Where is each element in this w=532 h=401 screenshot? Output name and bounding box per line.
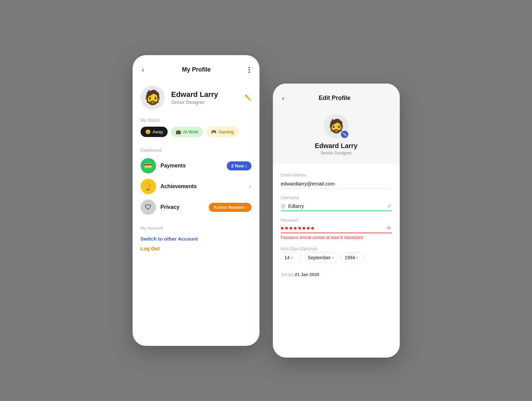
- dot-3: [248, 72, 250, 73]
- month-value: September: [308, 255, 331, 260]
- badge-chevron: ›: [245, 163, 246, 168]
- profile-section: 🧔 Edward Larry Senior Designer ✏️: [133, 80, 259, 118]
- pwd-dot: [281, 227, 284, 230]
- birthdate-day-select[interactable]: 14 ▾: [281, 253, 301, 263]
- username-input-row: @ ✓: [281, 202, 392, 211]
- edit-profile-icon[interactable]: ✏️: [245, 95, 251, 101]
- year-value: 1994: [345, 255, 355, 260]
- password-error-msg: Password should contain at least 8 chara…: [281, 235, 392, 240]
- action-needed-text: Action Needed: [213, 205, 244, 210]
- account-section: My Account Switch to other Account Log O…: [133, 226, 259, 251]
- email-group: Email Address edwardlarry@email.com: [281, 173, 392, 189]
- avatar: 🧔: [141, 86, 165, 110]
- password-input-row: 👁: [281, 224, 392, 233]
- joined-text: Joined 21 Jan 2020: [281, 272, 392, 277]
- edit-profile-name: Edward Larry: [315, 142, 358, 150]
- edit-profile-role: Senior Designer: [321, 150, 352, 155]
- pwd-dot: [285, 227, 288, 230]
- list-item[interactable]: 🛡 Privacy Action Needed ›: [141, 199, 251, 215]
- gaming-label: Gaming: [218, 129, 234, 134]
- eye-icon[interactable]: 👁: [386, 225, 392, 231]
- status-row: 😊 Away 💼 At Work 🎮 Gaming: [133, 127, 259, 137]
- payments-emoji: 💳: [144, 162, 152, 170]
- achievements-icon: 🏆: [141, 179, 156, 194]
- email-value: edwardlarry@email.com: [281, 179, 392, 189]
- edit-avatar-wrapper: 🧔 ✏️: [324, 114, 348, 138]
- pwd-dot: [294, 227, 297, 230]
- page-title: My Profile: [182, 66, 211, 73]
- edit-profile-header: ‹ Edit Profile: [273, 84, 400, 109]
- gaming-emoji: 🎮: [211, 129, 216, 134]
- birthdate-label: Birth Date (Optional): [281, 247, 392, 251]
- phone-edit-profile: ‹ Edit Profile 🧔 ✏️ Edward Larry Senior …: [273, 84, 400, 358]
- list-item[interactable]: 🏆 Achievements ›: [141, 179, 251, 194]
- day-chevron-down-icon: ▾: [291, 256, 293, 260]
- away-label: Away: [153, 129, 163, 134]
- badge-new-text: 2 New: [231, 163, 244, 168]
- check-icon: ✓: [387, 203, 392, 209]
- work-label: At Work: [183, 129, 198, 134]
- payments-icon: 💳: [141, 158, 156, 173]
- password-group: Password 👁 Password should contain at: [281, 218, 392, 240]
- payments-label: Payments: [161, 163, 222, 169]
- username-label: Username: [281, 195, 392, 200]
- privacy-icon: 🛡: [141, 199, 156, 215]
- birthdate-month-select[interactable]: September ▾: [304, 253, 338, 263]
- day-value: 14: [285, 255, 290, 260]
- payments-badge[interactable]: 2 New ›: [227, 161, 251, 170]
- pwd-dot: [303, 227, 305, 230]
- chevron-right-icon: ›: [249, 183, 251, 190]
- pwd-dot: [290, 227, 292, 230]
- switch-account-button[interactable]: Switch to other Account: [141, 236, 251, 242]
- password-dots: [281, 227, 384, 230]
- avatar-emoji: 🧔: [144, 91, 161, 105]
- work-emoji: 💼: [176, 129, 181, 134]
- dot-2: [248, 69, 250, 71]
- edit-avatar-button[interactable]: ✏️: [341, 131, 348, 138]
- achievements-emoji: 🏆: [144, 182, 152, 190]
- profile-role: Senior Designer: [171, 100, 238, 105]
- privacy-label: Privacy: [161, 204, 204, 210]
- dashboard-label: Dashboard: [133, 148, 259, 153]
- status-at-work[interactable]: 💼 At Work: [171, 127, 203, 137]
- joined-date: 21 Jan 2020: [295, 272, 319, 277]
- at-symbol: @: [281, 204, 286, 209]
- back-button[interactable]: ‹: [141, 64, 146, 75]
- edit-back-button[interactable]: ‹: [281, 93, 286, 103]
- more-button[interactable]: [247, 65, 251, 74]
- phone-my-profile: ‹ My Profile 🧔 Edward Larry Senior Desig…: [133, 55, 259, 346]
- birthdate-row: 14 ▾ September ▾ 1994 ▾: [281, 253, 392, 263]
- account-label: My Account: [141, 226, 251, 231]
- birthdate-year-select[interactable]: 1994 ▾: [341, 253, 364, 263]
- list-item[interactable]: 💳 Payments 2 New ›: [141, 158, 251, 173]
- year-chevron-down-icon: ▾: [356, 256, 358, 260]
- profile-name: Edward Larry: [171, 90, 238, 99]
- status-label: My Status: [133, 118, 259, 123]
- password-label: Password: [281, 218, 392, 223]
- pwd-dot: [298, 227, 301, 230]
- achievements-label: Achievements: [161, 183, 245, 189]
- username-group: Username @ ✓: [281, 195, 392, 211]
- action-chevron: ›: [245, 205, 246, 210]
- away-emoji: 😊: [145, 129, 151, 134]
- status-gaming[interactable]: 🎮 Gaming: [206, 127, 238, 137]
- status-away[interactable]: 😊 Away: [141, 127, 168, 137]
- profile-header: ‹ My Profile: [133, 55, 259, 80]
- logout-button[interactable]: Log Out: [141, 246, 251, 251]
- email-label: Email Address: [281, 173, 392, 177]
- edit-avatar-section: 🧔 ✏️ Edward Larry Senior Designer: [273, 109, 400, 163]
- dot-1: [248, 67, 250, 68]
- dashboard-items: 💳 Payments 2 New › 🏆 Achievements ›: [133, 158, 259, 215]
- edit-form: Email Address edwardlarry@email.com User…: [273, 163, 400, 358]
- birthdate-group: Birth Date (Optional) 14 ▾ September ▾ 1…: [281, 247, 392, 263]
- username-input[interactable]: [288, 203, 385, 209]
- month-chevron-down-icon: ▾: [332, 256, 334, 260]
- privacy-badge[interactable]: Action Needed ›: [209, 203, 251, 212]
- pwd-dot: [307, 227, 310, 230]
- pwd-dot: [311, 227, 314, 230]
- profile-info: Edward Larry Senior Designer: [171, 90, 238, 105]
- edit-page-title: Edit Profile: [319, 95, 350, 102]
- privacy-emoji: 🛡: [145, 204, 152, 211]
